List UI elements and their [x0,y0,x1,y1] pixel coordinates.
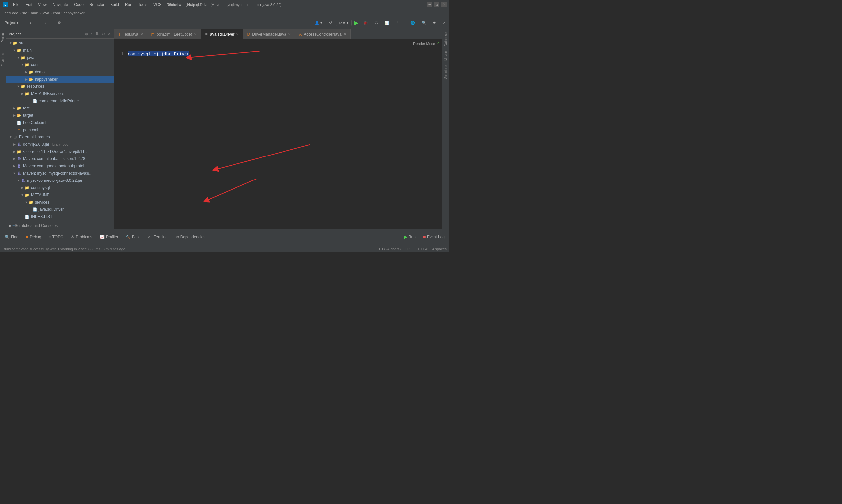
profile-run-button[interactable]: 📊 [382,19,392,27]
debug-button[interactable]: 🐞 [361,19,371,27]
sidebar-settings-btn[interactable]: ⚙ [101,31,106,37]
tree-item-target[interactable]: ▶ 📂 target [6,112,114,119]
coverage-button[interactable]: 🛡 [372,19,381,27]
breadcrumb-main[interactable]: main [31,11,39,15]
sidebar-scroll-btn[interactable]: ↕ [90,31,93,37]
status-encoding[interactable]: UTF-8 [418,247,428,251]
close-button[interactable]: ✕ [442,2,447,7]
menu-file[interactable]: File [11,2,22,7]
sidebar-locate-btn[interactable]: ⊕ [84,31,89,37]
toolbar-update-button[interactable]: ↺ [326,19,335,27]
tree-item-mysql-jar[interactable]: ▼ 🗜 mysql-connector-java-8.0.22.jar [6,177,114,184]
tab-test-java[interactable]: T Test.java ✕ [114,29,147,39]
breadcrumb-com[interactable]: com [53,11,60,15]
menu-edit[interactable]: Edit [23,2,35,7]
reader-mode-button[interactable]: Reader Mode ✓ [413,41,440,46]
bottom-tab-dependencies[interactable]: ⧉ Dependencies [173,231,209,243]
search-button[interactable]: 🔍 [419,19,429,27]
tree-item-happysnaker[interactable]: ▶ 📂 happysnaker [6,76,114,83]
tree-item-maven-google[interactable]: ▶ 🗜 Maven: com.google.protobuf:protobu..… [6,162,114,170]
event-log-button[interactable]: Event Log [420,231,448,243]
code-area[interactable]: com.mysql.cj.jdbc.Driver [128,51,442,226]
menu-run[interactable]: Run [122,2,135,7]
toolbar-settings[interactable]: ⚙ [55,19,64,27]
status-line-ending[interactable]: CRLF [405,247,414,251]
tab-close-dm[interactable]: ✕ [288,32,291,36]
translate-button[interactable]: 🌐 [408,19,418,27]
scratches-consoles[interactable]: ▶ ✏ Scratches and Consoles [6,221,114,229]
maximize-button[interactable]: □ [434,2,440,7]
tree-item-helloprinter[interactable]: ▶ 📄 com.demo.HelloPrinter [6,97,114,105]
run-config[interactable]: Test ▾ [336,20,352,26]
bottom-tab-profiler[interactable]: 📈 Profiler [96,231,122,243]
bottom-tab-terminal[interactable]: >_ Terminal [145,231,172,243]
toolbar-nav-back[interactable]: ⟵ [27,19,37,27]
run-button[interactable]: ▶ [353,20,359,26]
toolbar-profile-button[interactable]: 👤 ▾ [312,19,325,27]
status-indent[interactable]: 4 spaces [432,247,447,251]
tree-item-java[interactable]: ▼ 📁 java [6,54,114,61]
bookmark-button[interactable]: ★ [430,19,439,27]
right-tab-maven[interactable]: Maven [443,49,449,63]
bottom-tab-problems[interactable]: ⚠ Problems [68,231,96,243]
editor-content[interactable]: 1 com.mysql.cj.jdbc.Driver [114,48,442,229]
bottom-tab-find[interactable]: 🔍 Find [1,231,22,243]
tree-item-metainf-services[interactable]: ▶ 📁 META-INF.services [6,90,114,97]
sidebar-header-icons[interactable]: ⊕ ↕ ⇅ ⚙ ✕ [84,31,111,37]
tree-item-com-mysql[interactable]: ▶ 📁 com.mysql [6,184,114,191]
tree-item-maven-mysql[interactable]: ▼ 🗜 Maven: mysql:mysql-connector-java:8.… [6,170,114,177]
menu-code[interactable]: Code [71,2,86,7]
breadcrumb-happysnaker[interactable]: happysnaker [64,11,85,15]
menu-navigate[interactable]: Navigate [50,2,71,7]
tree-item-main[interactable]: ▼ 📁 main [6,47,114,54]
bottom-tab-debug[interactable]: Debug [22,231,44,243]
tab-driver-manager[interactable]: D DriverManager.java ✕ [243,29,295,39]
breadcrumb-java[interactable]: java [42,11,49,15]
tab-access-controller[interactable]: A AccessController.java ✕ [295,29,350,39]
breadcrumb-src[interactable]: src [22,11,27,15]
toolbar-project-button[interactable]: Project ▾ [2,19,21,27]
tree-item-com[interactable]: ▼ 📁 com [6,61,114,68]
sidebar-close-btn[interactable]: ✕ [107,31,111,37]
title-bar-controls[interactable]: ─ □ ✕ [427,2,447,7]
tab-java-sql-driver[interactable]: ≡ java.sql.Driver ✕ [201,29,243,39]
bottom-tab-todo[interactable]: ≡ TODO [46,231,67,243]
menu-build[interactable]: Build [108,2,122,7]
tree-item-demo[interactable]: ▶ 📁 demo [6,68,114,76]
menu-refactor[interactable]: Refactor [87,2,107,7]
tree-item-resources[interactable]: ▼ 📁 resources [6,83,114,90]
breadcrumb-project[interactable]: LeetCode [3,11,18,15]
tree-item-test[interactable]: ▶ 📁 test [6,105,114,112]
file-tree[interactable]: ▼ 📁 src ▼ 📁 main ▼ 📁 java [6,39,114,221]
tree-item-java-sql-driver[interactable]: ▶ 📄 java.sql.Driver [6,206,114,213]
tree-item-corretto[interactable]: ▶ 📁 < corretto-11 > D:\down\Java\jdk11..… [6,148,114,155]
right-tab-structure[interactable]: Structure [443,64,449,81]
tree-item-pom-xml[interactable]: ▶ m pom.xml [6,126,114,133]
tab-close-driver[interactable]: ✕ [236,32,239,36]
menu-view[interactable]: View [36,2,49,7]
project-vertical-tab[interactable]: Project [0,30,5,44]
status-position[interactable]: 1:1 (24 chars) [378,247,400,251]
menu-vcs[interactable]: VCS [151,2,164,7]
favorites-vertical-tab[interactable]: Favorites [0,51,5,68]
more-actions-button[interactable]: ⋮ [393,19,402,27]
sidebar-expand-btn[interactable]: ⇅ [95,31,99,37]
tab-close-ac[interactable]: ✕ [344,32,346,36]
tree-item-src[interactable]: ▼ 📁 src [6,39,114,47]
help-button[interactable]: ? [440,19,447,27]
tree-item-leetcode-iml[interactable]: ▶ 📄 LeetCode.iml [6,119,114,126]
toolbar-nav-forward[interactable]: ⟶ [39,19,49,27]
tree-item-maven-alibaba[interactable]: ▶ 🗜 Maven: com.alibaba:fastjson:1.2.78 [6,155,114,162]
editor-tabs[interactable]: T Test.java ✕ m pom.xml (LeetCode) ✕ ≡ j… [114,29,442,39]
right-tab-database[interactable]: Database [443,30,449,48]
minimize-button[interactable]: ─ [427,2,432,7]
menu-tools[interactable]: Tools [136,2,150,7]
tree-item-services[interactable]: ▼ 📁 services [6,199,114,206]
bottom-tab-build[interactable]: 🔨 Build [122,231,144,243]
tree-item-index-list[interactable]: ▶ 📄 INDEX.LIST [6,213,114,220]
tab-close-pom[interactable]: ✕ [194,32,197,36]
run-button-bottom[interactable]: ▶ Run [401,231,419,243]
tree-item-dom4j[interactable]: ▶ 🗜 dom4j-2.0.3.jar library root [6,141,114,148]
tab-close-test[interactable]: ✕ [140,32,143,36]
tree-item-ext-libs[interactable]: ▼ ⊞ External Libraries [6,133,114,141]
